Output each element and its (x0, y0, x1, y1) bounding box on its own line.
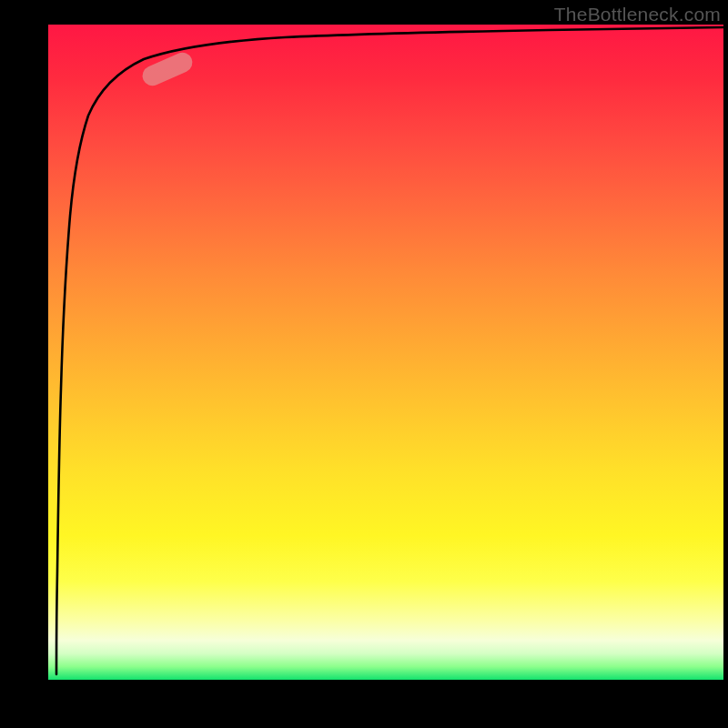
attribution-watermark: TheBottleneck.com (554, 4, 721, 25)
plot-gradient-background (48, 25, 723, 680)
bottleneck-chart: TheBottleneck.com (0, 0, 728, 728)
